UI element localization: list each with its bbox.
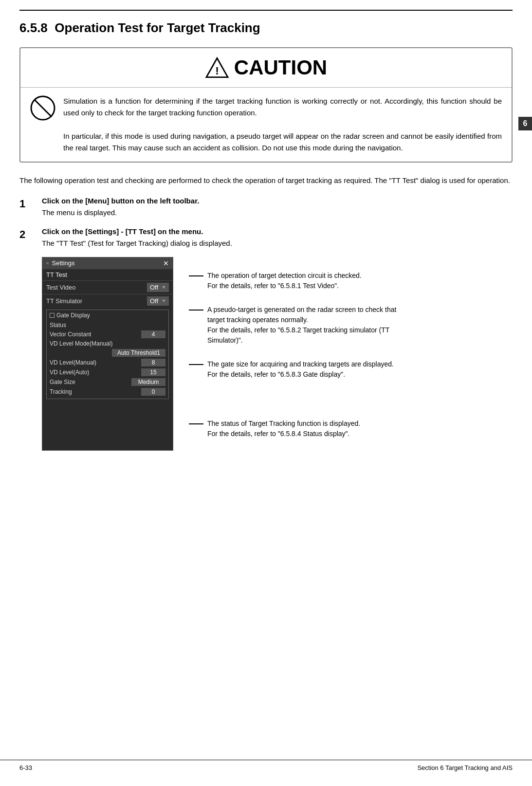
top-border <box>19 10 513 11</box>
step-2: 2 Click on the [Settings] - [TT Test] on… <box>19 227 513 451</box>
vd-level-manual-label: VD Level(Manual) <box>50 359 138 366</box>
dialog-nav-icon: « <box>46 260 49 266</box>
section-title: 6.5.8 Operation Test for Target Tracking <box>19 20 513 36</box>
vd-level-mode-row: VD Level Mode(Manual) <box>50 339 165 348</box>
caution-box: ! CAUTION Simulation is a function for d… <box>19 47 513 163</box>
callout-4-line <box>189 423 203 424</box>
test-video-value[interactable]: Off ▼ <box>147 283 169 292</box>
callout-2-text: A pseudo-target is generated on the rada… <box>203 305 396 346</box>
caution-body: Simulation is a function for determining… <box>20 88 512 162</box>
step-2-number: 2 <box>19 227 34 451</box>
step-2-description: The "TT Test" (Test for Target Tracking)… <box>42 238 513 249</box>
footer: 6-33 Section 6 Target Tracking and AIS <box>0 760 532 771</box>
vd-level-mode-label: VD Level Mode(Manual) <box>50 340 165 347</box>
step-1: 1 Click on the [Menu] button on the left… <box>19 197 513 219</box>
step-2-content: Click on the [Settings] - [TT Test] on t… <box>42 227 513 451</box>
vector-constant-value: 4 <box>141 330 165 338</box>
dialog-titlebar: « Settings ✕ <box>42 257 173 269</box>
gate-size-value: Medium <box>131 378 165 386</box>
settings-dialog: « Settings ✕ TT Test Test Video Off ▼ TT <box>42 257 173 451</box>
tracking-row: Tracking 0 <box>50 387 165 397</box>
test-video-label: Test Video <box>46 284 144 291</box>
dialog-section-label: TT Test <box>42 269 173 280</box>
gate-display-title: Gate Display <box>50 312 165 319</box>
step-1-number: 1 <box>19 197 34 219</box>
gate-size-label: Gate Size <box>50 379 128 385</box>
svg-line-3 <box>34 99 52 117</box>
vector-constant-row: Vector Constant 4 <box>50 329 165 339</box>
intro-text: The following operation test and checkin… <box>19 174 513 187</box>
gate-display-section: Gate Display Status Vector Constant 4 VD… <box>46 310 169 399</box>
callout-3: The gate size for acquiring and tracking… <box>189 359 513 380</box>
auto-threshold-value: Auto Threshold1 <box>112 349 165 357</box>
vd-level-manual-row: VD Level(Manual) 8 <box>50 358 165 367</box>
gate-status-row: Status <box>50 321 165 329</box>
callout-2: A pseudo-target is generated on the rada… <box>189 305 513 346</box>
dialog-close-button[interactable]: ✕ <box>163 259 169 267</box>
gate-display-label: Gate Display <box>56 312 90 319</box>
gate-size-row: Gate Size Medium <box>50 377 165 387</box>
callout-3-line <box>189 364 203 365</box>
gate-display-checkbox[interactable] <box>50 313 55 318</box>
test-video-row: Test Video Off ▼ <box>42 280 173 294</box>
callout-1: The operation of target detection circui… <box>189 271 513 291</box>
step-1-instruction: Click on the [Menu] button on the left t… <box>42 197 513 205</box>
tracking-label: Tracking <box>50 388 138 395</box>
tt-simulator-value[interactable]: Off ▼ <box>147 296 169 306</box>
auto-threshold-row: Auto Threshold1 <box>50 348 165 358</box>
caution-triangle-icon: ! <box>205 57 229 78</box>
test-video-dropdown-icon: ▼ <box>162 285 166 290</box>
vector-constant-label: Vector Constant <box>50 331 138 338</box>
callout-1-text: The operation of target detection circui… <box>203 271 362 291</box>
step-1-description: The menu is displayed. <box>42 207 513 219</box>
callout-1-line <box>189 275 203 276</box>
footer-section-text: Section 6 Target Tracking and AIS <box>417 764 513 771</box>
no-symbol-icon <box>30 95 55 123</box>
step-2-instruction: Click on the [Settings] - [TT Test] on t… <box>42 227 513 236</box>
vd-level-auto-value: 15 <box>141 368 165 376</box>
gate-status-label: Status <box>50 322 165 329</box>
step-1-content: Click on the [Menu] button on the left t… <box>42 197 513 219</box>
tracking-value: 0 <box>141 388 165 396</box>
vd-level-auto-row: VD Level(Auto) 15 <box>50 367 165 377</box>
side-section-badge: 6 <box>518 117 532 130</box>
svg-text:!: ! <box>215 64 219 77</box>
caution-header-text: ! CAUTION <box>28 56 504 79</box>
callout-section: The operation of target detection circui… <box>189 257 513 451</box>
tt-simulator-dropdown-icon: ▼ <box>162 298 166 303</box>
callout-2-line <box>189 310 203 311</box>
tt-simulator-label: TT Simulator <box>46 297 144 305</box>
vd-level-manual-value: 8 <box>141 359 165 366</box>
callout-4: The status of Target Tracking function i… <box>189 419 513 439</box>
dialog-area: « Settings ✕ TT Test Test Video Off ▼ TT <box>42 257 513 451</box>
caution-text: Simulation is a function for determining… <box>63 95 502 154</box>
vd-level-auto-label: VD Level(Auto) <box>50 369 138 376</box>
callout-4-text: The status of Target Tracking function i… <box>203 419 360 439</box>
footer-page-number: 6-33 <box>19 764 32 771</box>
dialog-title-label: Settings <box>52 259 160 267</box>
tt-simulator-row: TT Simulator Off ▼ <box>42 294 173 308</box>
callout-3-text: The gate size for acquiring and tracking… <box>203 359 394 380</box>
caution-header: ! CAUTION <box>20 48 512 88</box>
